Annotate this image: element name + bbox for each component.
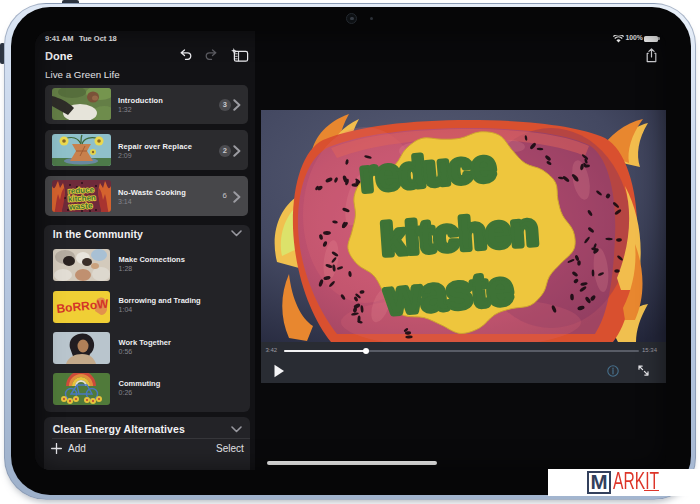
svg-text:waste: waste bbox=[68, 200, 94, 212]
